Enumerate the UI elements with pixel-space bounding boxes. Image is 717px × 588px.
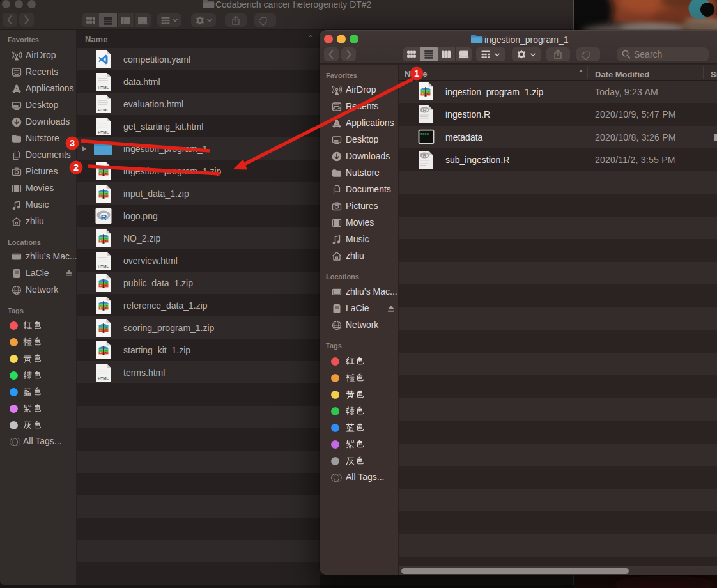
svg-text:3: 3 [70,138,75,148]
svg-text:2: 2 [73,162,79,173]
svg-text:1: 1 [414,68,419,79]
